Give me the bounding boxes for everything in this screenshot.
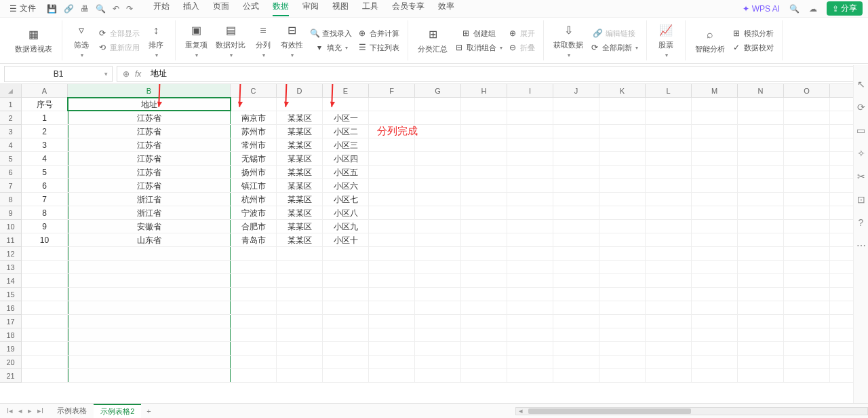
cell-G8[interactable]	[415, 193, 461, 206]
cell-C3[interactable]: 苏州市	[231, 125, 277, 138]
cell-C8[interactable]: 杭州市	[231, 193, 277, 206]
cell-O15[interactable]	[784, 288, 830, 301]
cell-H12[interactable]	[461, 247, 507, 260]
cell-D15[interactable]	[277, 288, 323, 301]
cell-B3[interactable]: 江苏省	[68, 125, 231, 138]
cell-G11[interactable]	[415, 233, 461, 246]
cell-E18[interactable]	[323, 328, 369, 341]
cell-I19[interactable]	[507, 342, 553, 355]
cell-B11[interactable]: 山东省	[68, 233, 231, 246]
prev-sheet-icon[interactable]: ◂	[18, 406, 22, 415]
add-sheet-button[interactable]: +	[141, 407, 156, 415]
cell-H19[interactable]	[461, 342, 507, 355]
cursor-icon[interactable]: ↖	[857, 79, 865, 90]
cell-A3[interactable]: 2	[22, 125, 68, 138]
cell-G13[interactable]	[415, 261, 461, 273]
cell-O3[interactable]	[784, 125, 830, 138]
col-header-A[interactable]: A	[22, 84, 68, 97]
cell-E19[interactable]	[323, 342, 369, 355]
cell-D11[interactable]: 某某区	[277, 233, 323, 246]
tab-start[interactable]: 开始	[153, 1, 170, 16]
cell-E4[interactable]: 小区三	[323, 138, 369, 151]
cell-F9[interactable]	[369, 206, 415, 219]
cell-M14[interactable]	[692, 274, 738, 287]
cell-B1[interactable]: 地址	[68, 98, 231, 111]
cell-K7[interactable]	[599, 179, 646, 192]
tab-tools[interactable]: 工具	[362, 1, 378, 16]
tab-insert[interactable]: 插入	[183, 1, 199, 16]
cell-J6[interactable]	[553, 166, 599, 178]
first-sheet-icon[interactable]: I◂	[7, 406, 13, 415]
cell-L14[interactable]	[646, 274, 692, 287]
cell-A2[interactable]: 1	[22, 111, 68, 124]
cell-O4[interactable]	[784, 138, 830, 151]
lookup-button[interactable]: 🔍查找录入	[307, 27, 355, 40]
cell-L7[interactable]	[646, 179, 692, 192]
cell-L16[interactable]	[646, 301, 692, 314]
cell-C17[interactable]	[231, 315, 277, 328]
cell-K16[interactable]	[599, 301, 646, 314]
cell-F15[interactable]	[369, 288, 415, 301]
cell-F10[interactable]	[369, 220, 415, 233]
refresh-button[interactable]: ⟳全部刷新	[587, 41, 641, 54]
col-header-O[interactable]: O	[784, 84, 830, 97]
cell-J7[interactable]	[553, 179, 599, 192]
cell-B7[interactable]: 江苏省	[68, 179, 231, 192]
col-header-H[interactable]: H	[461, 84, 507, 97]
cell-D3[interactable]: 某某区	[277, 125, 323, 138]
cell-C16[interactable]	[231, 301, 277, 314]
smart-button[interactable]: ⌕智能分析	[691, 26, 729, 56]
cell-I4[interactable]	[507, 138, 553, 151]
style-icon[interactable]: ⟳	[857, 102, 865, 113]
filter-button[interactable]: ▿筛选	[68, 22, 95, 60]
fx-icon[interactable]: fx	[135, 69, 141, 79]
cell-I18[interactable]	[507, 328, 553, 341]
cell-A11[interactable]: 10	[22, 233, 68, 246]
cell-M17[interactable]	[692, 315, 738, 328]
search-icon[interactable]: 🔍	[789, 4, 800, 14]
compare-button[interactable]: ▤数据对比	[212, 22, 250, 60]
cell-G16[interactable]	[415, 301, 461, 314]
cell-L4[interactable]	[646, 138, 692, 151]
cell-L12[interactable]	[646, 247, 692, 260]
cell-L10[interactable]	[646, 220, 692, 233]
col-header-G[interactable]: G	[415, 84, 461, 97]
cell-B20[interactable]	[68, 356, 231, 368]
wps-ai[interactable]: ✦ WPS AI	[743, 4, 780, 14]
last-sheet-icon[interactable]: ▸I	[37, 406, 43, 415]
cell-H15[interactable]	[461, 288, 507, 301]
cell-C20[interactable]	[231, 356, 277, 368]
sheet-tab-2[interactable]: 示例表格2	[94, 404, 141, 418]
cell-F2[interactable]	[369, 111, 415, 124]
cell-F1[interactable]	[369, 98, 415, 111]
cell-L8[interactable]	[646, 193, 692, 206]
row-header-3[interactable]: 3	[0, 125, 21, 138]
cell-F6[interactable]	[369, 166, 415, 178]
cell-B14[interactable]	[68, 274, 231, 287]
cell-G21[interactable]	[415, 369, 461, 382]
cell-J14[interactable]	[553, 274, 599, 287]
cell-G18[interactable]	[415, 328, 461, 341]
cell-O1[interactable]	[784, 98, 830, 111]
stocks-button[interactable]: 📈股票	[652, 22, 679, 60]
formula-input[interactable]	[146, 69, 863, 79]
row-header-2[interactable]: 2	[0, 111, 21, 125]
cell-B5[interactable]: 江苏省	[68, 152, 231, 165]
cell-L2[interactable]	[646, 111, 692, 124]
horizontal-scrollbar[interactable]: ◂	[515, 407, 868, 415]
cell-K11[interactable]	[599, 233, 646, 246]
cell-O10[interactable]	[784, 220, 830, 233]
pivot-button[interactable]: ▦数据透视表	[11, 26, 56, 56]
subtotal-button[interactable]: ⊞分类汇总	[414, 26, 452, 56]
tab-formula[interactable]: 公式	[243, 1, 259, 16]
cell-B17[interactable]	[68, 315, 231, 328]
cell-N19[interactable]	[738, 342, 784, 355]
cell-G6[interactable]	[415, 166, 461, 178]
cell-K21[interactable]	[599, 369, 646, 382]
cell-N21[interactable]	[738, 369, 784, 382]
cell-E21[interactable]	[323, 369, 369, 382]
cell-M16[interactable]	[692, 301, 738, 314]
row-header-12[interactable]: 12	[0, 247, 21, 261]
cell-N8[interactable]	[738, 193, 784, 206]
cell-F8[interactable]	[369, 193, 415, 206]
